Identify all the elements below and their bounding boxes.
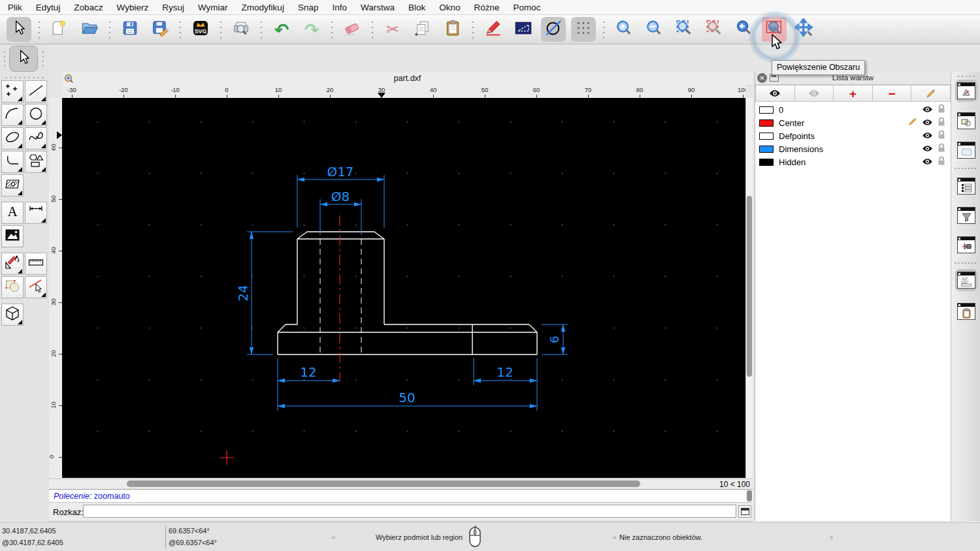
shapes-tool-button[interactable]: [25, 151, 47, 173]
hscroll-thumb[interactable]: [127, 480, 640, 487]
menu-item-zmodyfikuj[interactable]: Zmodyfikuj: [242, 3, 284, 12]
zoom-window-button[interactable]: [762, 17, 787, 42]
drawing-canvas[interactable]: Ø17 Ø8 24 6 12 12 50: [62, 98, 745, 478]
paste-button[interactable]: [440, 17, 465, 42]
ellipse-tool-button[interactable]: [1, 127, 24, 150]
modify-tool-button[interactable]: [1, 253, 24, 275]
ruler-cursor-marker-y: [57, 131, 62, 139]
undo-button[interactable]: ↶: [269, 17, 294, 42]
layer-lock-icon[interactable]: [938, 156, 945, 168]
zoom-out-button[interactable]: [642, 17, 666, 42]
select-entity-tool-button[interactable]: [25, 276, 47, 298]
layer-lock-icon[interactable]: [938, 130, 945, 142]
remove-layer-button[interactable]: −: [873, 85, 912, 102]
save-as-button[interactable]: [148, 17, 172, 42]
arc-tool-button[interactable]: [1, 104, 24, 126]
menu-item-info[interactable]: Info: [332, 3, 347, 12]
show-all-layers-button[interactable]: [755, 85, 795, 102]
add-layer-button[interactable]: +: [834, 85, 873, 102]
layer-color-swatch[interactable]: [759, 146, 774, 153]
menu-item-wybierz[interactable]: Wybierz: [117, 3, 149, 12]
new-file-button[interactable]: [47, 17, 72, 42]
layer-color-swatch[interactable]: [759, 119, 774, 127]
toolbar-separator: [329, 18, 335, 40]
hide-all-layers-button[interactable]: [795, 85, 834, 102]
library-browser-dock-button[interactable]: [955, 139, 977, 161]
image-tool-button[interactable]: [1, 225, 24, 247]
menu-item-wymiar[interactable]: Wymiar: [198, 3, 228, 12]
zoom-pan-button[interactable]: [792, 17, 817, 42]
zoom-auto-button[interactable]: [672, 17, 696, 42]
line-tool-button[interactable]: [25, 80, 47, 102]
layer-lock-icon[interactable]: [938, 117, 945, 129]
zoom-previous-button[interactable]: [732, 17, 757, 42]
layer-row-center[interactable]: Center: [755, 116, 951, 129]
menu-item-okno[interactable]: Okno: [439, 3, 460, 12]
layer-row-0[interactable]: 0: [755, 103, 951, 116]
svg-export-button[interactable]: SVG: [188, 17, 213, 42]
layer-visibility-eye-icon[interactable]: [922, 143, 933, 155]
spline-tool-button[interactable]: [25, 127, 47, 150]
layer-row-defpoints[interactable]: Defpoints: [755, 129, 951, 142]
points-tool-button[interactable]: [1, 80, 24, 102]
menu-item-zobacz[interactable]: Zobacz: [74, 3, 103, 12]
text-tool-button[interactable]: A: [1, 202, 24, 224]
layer-color-swatch[interactable]: [759, 159, 774, 166]
layer-color-swatch[interactable]: [759, 106, 774, 114]
layer-visibility-eye-icon[interactable]: [922, 104, 933, 116]
menu-item-edytuj[interactable]: Edytuj: [36, 3, 61, 12]
command-input[interactable]: [83, 505, 736, 518]
zoom-redraw-button[interactable]: [702, 17, 727, 42]
canvas-vertical-scrollbar[interactable]: [745, 98, 753, 478]
layer-visibility-eye-icon[interactable]: [922, 156, 933, 168]
solid-3d-tool-button[interactable]: [1, 304, 24, 326]
vscroll-thumb[interactable]: [747, 196, 752, 377]
pen-palette-dock-button[interactable]: [955, 234, 977, 256]
clipboard-dock-button[interactable]: [955, 300, 977, 323]
block-list-dock-button[interactable]: [955, 110, 977, 132]
filter-dock-button[interactable]: [955, 204, 977, 227]
open-file-button[interactable]: [77, 17, 102, 42]
layer-list-dock-button[interactable]: [955, 80, 977, 102]
absolute-coordinates: 30.4187,62.6405: [2, 527, 56, 535]
explode-tool-button[interactable]: [1, 276, 24, 298]
pen-attributes-button[interactable]: [481, 17, 506, 42]
entity-list-dock-button[interactable]: [955, 175, 977, 197]
layer-lock-icon[interactable]: [938, 104, 945, 116]
grid-toggle-button[interactable]: [571, 17, 596, 42]
circle-tool-button[interactable]: [25, 104, 47, 126]
layer-visibility-eye-icon[interactable]: [922, 130, 933, 142]
measure-tool-button[interactable]: [25, 253, 47, 275]
redo-button[interactable]: ↷: [299, 17, 324, 42]
menu-item-rysuj[interactable]: Rysuj: [162, 3, 184, 12]
print-preview-button[interactable]: [229, 17, 253, 42]
canvas-horizontal-scrollbar[interactable]: 10 < 100: [49, 479, 753, 489]
layer-color-swatch[interactable]: [759, 133, 774, 140]
dimension-tool-button[interactable]: [25, 202, 47, 224]
menu-item-blok[interactable]: Blok: [408, 3, 425, 12]
menu-item-warstwa[interactable]: Warstwa: [361, 3, 395, 12]
hatch-tool-button[interactable]: [1, 174, 24, 197]
menu-item-r-ne[interactable]: Różne: [474, 3, 500, 12]
layer-lock-icon[interactable]: [938, 143, 945, 155]
select-tool-button[interactable]: [7, 17, 31, 42]
menu-item-pomoc[interactable]: Pomoc: [514, 3, 541, 12]
command-popout-button[interactable]: [738, 505, 751, 518]
menu-item-snap[interactable]: Snap: [298, 3, 319, 12]
polyline-tool-button[interactable]: [1, 151, 24, 173]
command-widget-dock-button[interactable]: [955, 269, 977, 291]
layer-row-hidden[interactable]: Hidden: [755, 155, 951, 168]
layer-visibility-eye-icon[interactable]: [922, 117, 933, 129]
save-button[interactable]: [118, 17, 142, 42]
command-history-scrollbar[interactable]: [747, 490, 752, 501]
dimension-style-button[interactable]: [511, 17, 536, 42]
zoom-in-button[interactable]: [612, 17, 636, 42]
cut-button[interactable]: ✂: [380, 17, 405, 42]
select-tool-button-secondary[interactable]: [9, 46, 38, 72]
layer-row-dimensions[interactable]: Dimensions: [755, 142, 951, 155]
edit-layer-button[interactable]: [911, 85, 951, 102]
delete-button[interactable]: [340, 17, 365, 42]
copy-button[interactable]: [410, 17, 435, 42]
construction-mode-button[interactable]: [541, 17, 566, 42]
menu-item-plik[interactable]: Plik: [8, 3, 22, 12]
